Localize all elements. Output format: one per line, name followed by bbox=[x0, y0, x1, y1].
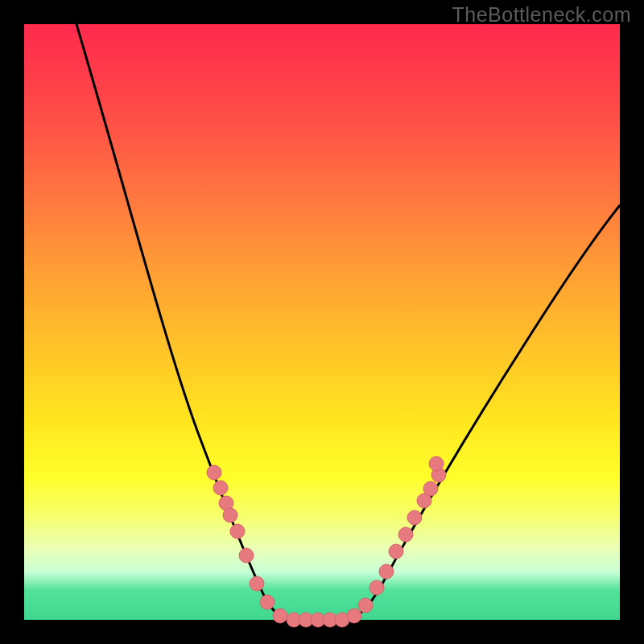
data-dot bbox=[207, 465, 221, 480]
data-dot bbox=[260, 595, 275, 609]
data-dot bbox=[389, 544, 403, 559]
curve-right-branch bbox=[346, 205, 620, 620]
chart-frame: TheBottleneck.com bbox=[0, 0, 644, 644]
data-dot bbox=[398, 527, 413, 542]
data-dot bbox=[407, 510, 422, 525]
data-dot bbox=[358, 598, 373, 613]
data-dot bbox=[250, 576, 264, 591]
data-dot bbox=[423, 481, 438, 496]
chart-svg bbox=[24, 24, 620, 620]
data-dot bbox=[230, 524, 245, 539]
data-dot bbox=[379, 564, 394, 579]
data-dot bbox=[223, 508, 237, 522]
dots-group bbox=[207, 456, 446, 627]
data-dot bbox=[347, 609, 361, 623]
plot-area bbox=[24, 24, 620, 620]
data-dot bbox=[239, 548, 254, 563]
data-dot bbox=[429, 456, 444, 471]
curve-group bbox=[76, 24, 620, 620]
watermark-label: TheBottleneck.com bbox=[452, 3, 632, 27]
data-dot bbox=[273, 609, 287, 623]
curve-left-branch bbox=[76, 24, 290, 620]
data-dot bbox=[369, 580, 384, 595]
data-dot bbox=[213, 481, 228, 495]
